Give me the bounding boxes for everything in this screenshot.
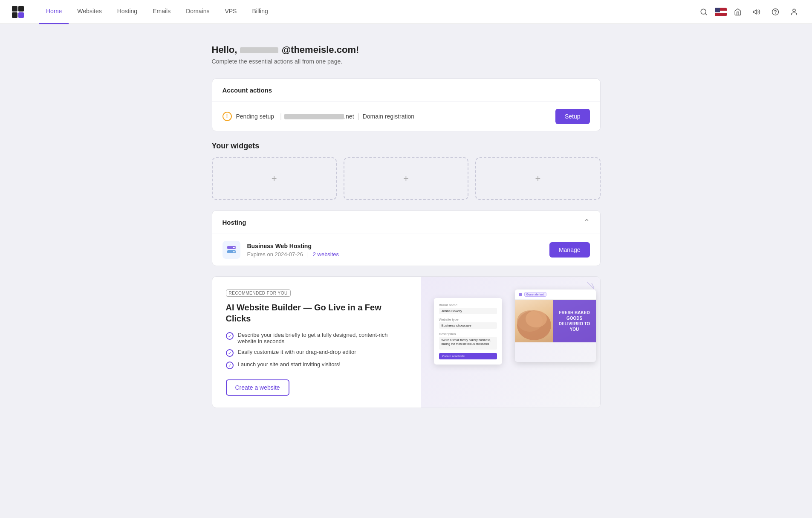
help-icon	[772, 8, 779, 16]
svg-rect-1	[12, 6, 17, 12]
preview-text-overlay: FRESH BAKED GOODS DELIVERED TO YOU	[553, 300, 596, 342]
widget-placeholder-2[interactable]: +	[344, 157, 468, 200]
svg-line-6	[705, 13, 706, 14]
add-widget-icon-1: +	[272, 173, 277, 184]
svg-point-19	[233, 251, 234, 252]
wand-icon	[518, 292, 523, 297]
mockup-brand-name: Brand name Johns Bakery	[439, 303, 497, 314]
store-button[interactable]	[730, 4, 746, 20]
promo-title: AI Website Builder — Go Live in a Few Cl…	[226, 302, 407, 324]
mockup-preview-image: FRESH BAKED GOODS DELIVERED TO YOU	[515, 300, 596, 342]
svg-point-14	[793, 9, 795, 12]
promo-content: RECOMMENDED FOR YOU AI Website Builder —…	[226, 289, 407, 379]
help-button[interactable]	[768, 4, 783, 20]
svg-point-29	[526, 310, 547, 327]
nav-item-emails[interactable]: Emails	[146, 0, 177, 24]
create-website-button[interactable]: Create a website	[226, 379, 289, 396]
main-content: Hello, @themeisle.com! Complete the esse…	[202, 24, 611, 439]
hosting-plan-icon	[223, 241, 240, 259]
notifications-button[interactable]	[749, 4, 764, 20]
divider-dot: |	[358, 113, 359, 120]
promo-left: RECOMMENDED FOR YOU AI Website Builder —…	[212, 277, 421, 408]
check-icon-3: ✓	[226, 362, 234, 369]
svg-rect-10	[715, 8, 720, 12]
greeting-section: Hello, @themeisle.com! Complete the esse…	[212, 44, 601, 65]
mockup-description: Description We're a small family bakery …	[439, 332, 497, 350]
hosting-section-title: Hosting	[223, 219, 584, 226]
svg-rect-4	[18, 12, 24, 18]
svg-marker-11	[754, 9, 757, 14]
croissant-illustration	[515, 300, 553, 342]
domain-redacted	[284, 114, 344, 119]
mockup-preview: Generate text FRESH BAKED GOODS DELIVERE…	[515, 289, 596, 362]
svg-rect-9	[715, 13, 727, 16]
language-flag[interactable]	[715, 8, 727, 16]
promo-feature-3: ✓ Launch your site and start inviting vi…	[226, 361, 407, 369]
account-actions-card: Account actions ! Pending setup | .net |…	[212, 78, 601, 131]
check-icon-2: ✓	[226, 349, 234, 357]
search-icon	[700, 8, 708, 16]
promo-right: Brand name Johns Bakery Website type Bus…	[421, 277, 600, 408]
svg-rect-2	[18, 6, 24, 12]
pending-label: Pending setup	[236, 113, 275, 120]
add-widget-icon-3: +	[535, 173, 540, 184]
svg-point-18	[234, 247, 235, 248]
promo-feature-2: ✓ Easily customize it with our drag-and-…	[226, 349, 407, 357]
hosting-details: Business Web Hosting Expires on 2024-07-…	[247, 243, 339, 258]
manage-button[interactable]: Manage	[549, 242, 590, 258]
widgets-title: Your widgets	[212, 142, 601, 150]
hosting-plan-name: Business Web Hosting	[247, 243, 339, 249]
svg-point-17	[233, 247, 234, 248]
domain-suffix: .net	[344, 113, 354, 120]
setup-button[interactable]: Setup	[555, 109, 590, 124]
megaphone-icon	[753, 8, 760, 16]
user-button[interactable]	[786, 4, 802, 20]
mockup-preview-top: Generate text	[515, 289, 596, 300]
account-actions-header: Account actions	[212, 79, 600, 102]
greeting-title: Hello, @themeisle.com!	[212, 44, 601, 55]
promo-feature-1: ✓ Describe your idea briefly to get a fu…	[226, 332, 407, 344]
search-button[interactable]	[696, 4, 711, 20]
nav-right	[696, 4, 802, 20]
widgets-section: Your widgets + + +	[212, 142, 601, 200]
add-widget-icon-2: +	[403, 173, 409, 184]
hosting-card: Hosting ⌃ Business Web Hosting Expires o…	[212, 210, 601, 266]
svg-rect-3	[12, 12, 17, 18]
nav-item-domains[interactable]: Domains	[179, 0, 216, 24]
store-icon	[734, 8, 742, 16]
hosting-websites-link[interactable]: 2 websites	[313, 251, 339, 258]
promo-features: ✓ Describe your idea briefly to get a fu…	[226, 332, 407, 369]
nav-item-websites[interactable]: Websites	[70, 0, 108, 24]
nav-items: Home Websites Hosting Emails Domains VPS…	[39, 0, 696, 24]
logo[interactable]	[10, 4, 26, 20]
mockup-form: Brand name Johns Bakery Website type Bus…	[434, 298, 502, 365]
greeting-subtitle: Complete the essential actions all from …	[212, 58, 601, 65]
chevron-up-icon: ⌃	[584, 217, 590, 227]
widget-placeholder-1[interactable]: +	[212, 157, 337, 200]
mockup-create-btn: Create a website	[439, 353, 497, 359]
nav-item-billing[interactable]: Billing	[245, 0, 275, 24]
row-divider: |	[280, 113, 282, 120]
check-icon-1: ✓	[226, 332, 234, 340]
email-redacted	[240, 47, 278, 53]
widget-placeholder-3[interactable]: +	[475, 157, 600, 200]
svg-point-20	[234, 251, 235, 252]
server-icon	[226, 245, 237, 255]
svg-point-26	[519, 293, 522, 296]
promo-card: RECOMMENDED FOR YOU AI Website Builder —…	[212, 276, 601, 408]
hosting-meta: Expires on 2024-07-26 | 2 websites	[247, 251, 339, 258]
domain-type: Domain registration	[363, 113, 414, 120]
pending-icon: !	[223, 112, 232, 121]
widgets-grid: + + +	[212, 157, 601, 200]
nav-item-vps[interactable]: VPS	[218, 0, 243, 24]
preview-generate-badge: Generate text	[524, 292, 546, 297]
user-icon	[790, 8, 798, 16]
hosting-section-header[interactable]: Hosting ⌃	[212, 211, 600, 234]
nav-item-hosting[interactable]: Hosting	[110, 0, 144, 24]
promo-tag: RECOMMENDED FOR YOU	[226, 289, 291, 297]
hosting-row: Business Web Hosting Expires on 2024-07-…	[212, 234, 600, 266]
hosting-meta-divider: |	[307, 251, 309, 258]
hosting-expires: Expires on 2024-07-26	[247, 251, 303, 258]
top-navigation: Home Websites Hosting Emails Domains VPS…	[0, 0, 812, 24]
nav-item-home[interactable]: Home	[39, 0, 69, 24]
